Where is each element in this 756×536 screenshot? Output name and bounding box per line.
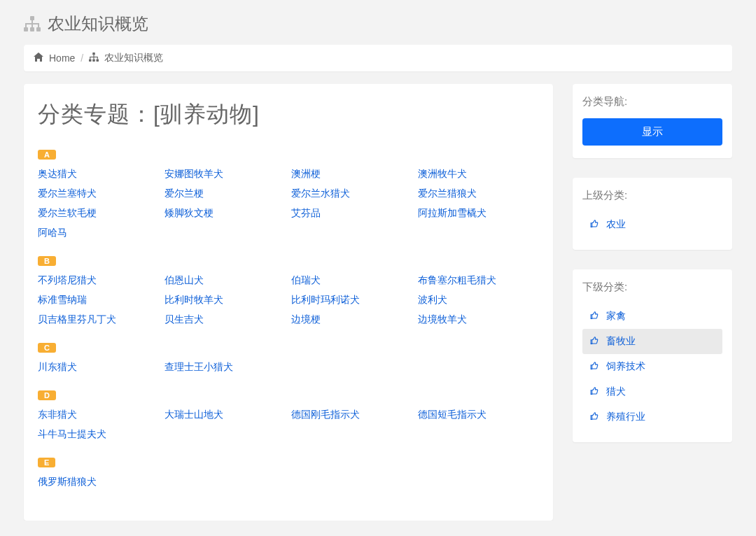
svg-rect-16 [94, 57, 94, 59]
category-link[interactable]: 阿哈马 [38, 227, 160, 239]
breadcrumb-separator: / [80, 52, 83, 64]
category-link[interactable]: 川东猎犬 [38, 361, 160, 374]
parent-category-panel: 上级分类: 农业 [573, 178, 732, 250]
category-link[interactable]: 阿拉斯加雪橇犬 [418, 207, 540, 220]
items-grid: 俄罗斯猎狼犬 [36, 476, 540, 488]
list-item[interactable]: 家禽 [582, 304, 722, 329]
breadcrumb-home[interactable]: Home [49, 52, 75, 64]
list-item-link[interactable]: 家禽 [606, 310, 626, 323]
category-link[interactable]: 俄罗斯猎狼犬 [38, 476, 160, 488]
thumbs-up-icon [589, 311, 599, 322]
svg-rect-0 [30, 16, 34, 20]
category-link[interactable]: 德国刚毛指示犬 [291, 409, 414, 421]
category-link[interactable]: 不列塔尼猎犬 [38, 274, 160, 287]
letter-badge: E [38, 458, 55, 467]
main-panel: 分类专题：[驯养动物] A奥达猎犬安娜图牧羊犬澳洲梗澳洲牧牛犬爱尔兰塞特犬爱尔兰… [24, 84, 553, 521]
child-list: 家禽畜牧业饲养技术猎犬养殖行业 [582, 304, 722, 430]
svg-rect-17 [97, 57, 98, 59]
letter-group-d: D东非猎犬大瑞士山地犬德国刚毛指示犬德国短毛指示犬斗牛马士提夫犬 [36, 389, 540, 441]
category-link[interactable]: 边境牧羊犬 [418, 313, 540, 326]
breadcrumb: Home / 农业知识概览 [24, 45, 732, 71]
thumbs-up-icon [589, 336, 599, 347]
nav-panel: 分类导航: 显示 [573, 84, 732, 158]
letter-badge: B [38, 256, 56, 266]
category-link[interactable]: 艾芬品 [291, 207, 414, 220]
category-link[interactable]: 标准雪纳瑞 [38, 294, 160, 306]
items-grid: 东非猎犬大瑞士山地犬德国刚毛指示犬德国短毛指示犬斗牛马士提夫犬 [36, 409, 540, 441]
title-prefix: 分类专题： [38, 101, 153, 127]
category-link[interactable]: 爱尔兰猎狼犬 [418, 188, 540, 200]
thumbs-up-icon [589, 386, 599, 397]
items-grid: 奥达猎犬安娜图牧羊犬澳洲梗澳洲牧牛犬爱尔兰塞特犬爱尔兰梗爱尔兰水猎犬爱尔兰猎狼犬… [36, 168, 540, 239]
sitemap-icon [24, 16, 41, 31]
letter-group-c: C川东猎犬查理士王小猎犬 [36, 341, 540, 374]
letter-badge: D [38, 390, 56, 400]
svg-rect-3 [36, 27, 41, 31]
svg-rect-7 [31, 24, 33, 27]
list-item-link[interactable]: 畜牧业 [606, 335, 636, 348]
category-link[interactable]: 比利时牧羊犬 [164, 294, 287, 306]
category-link[interactable]: 安娜图牧羊犬 [164, 168, 287, 181]
thumbs-up-icon [589, 219, 599, 230]
category-link[interactable]: 爱尔兰水猎犬 [291, 188, 414, 200]
child-category-panel: 下级分类: 家禽畜牧业饲养技术猎犬养殖行业 [573, 269, 732, 442]
letter-badge: A [38, 150, 56, 160]
category-link[interactable]: 东非猎犬 [38, 409, 160, 421]
home-icon [34, 52, 43, 64]
svg-rect-11 [93, 59, 96, 62]
category-link[interactable]: 边境梗 [291, 313, 414, 326]
page-title: 农业知识概览 [48, 13, 148, 35]
parent-title: 上级分类: [582, 189, 722, 202]
category-link[interactable]: 爱尔兰塞特犬 [38, 188, 160, 200]
category-link[interactable]: 斗牛马士提夫犬 [38, 428, 160, 441]
category-link[interactable]: 伯瑞犬 [291, 274, 414, 287]
list-item[interactable]: 畜牧业 [582, 329, 722, 354]
category-link[interactable]: 德国短毛指示犬 [418, 409, 540, 421]
svg-rect-15 [90, 57, 90, 59]
svg-rect-9 [93, 52, 96, 55]
svg-rect-10 [89, 59, 92, 62]
category-link[interactable]: 贝吉格里芬凡丁犬 [38, 313, 160, 326]
title-subject: [驯养动物] [153, 101, 260, 127]
letter-group-a: A奥达猎犬安娜图牧羊犬澳洲梗澳洲牧牛犬爱尔兰塞特犬爱尔兰梗爱尔兰水猎犬爱尔兰猎狼… [36, 148, 540, 239]
thumbs-up-icon [589, 411, 599, 423]
list-item-link[interactable]: 农业 [606, 218, 626, 231]
breadcrumb-current: 农业知识概览 [104, 52, 163, 64]
page-header: 农业知识概览 [24, 0, 732, 45]
svg-rect-2 [30, 27, 34, 31]
letter-group-e: E俄罗斯猎狼犬 [36, 456, 540, 488]
category-link[interactable]: 大瑞士山地犬 [164, 409, 287, 421]
category-link[interactable]: 澳洲梗 [291, 168, 414, 181]
category-link[interactable]: 查理士王小猎犬 [164, 361, 287, 374]
category-link[interactable]: 爱尔兰软毛梗 [38, 207, 160, 220]
list-item-link[interactable]: 猎犬 [606, 386, 626, 398]
category-link[interactable]: 比利时玛利诺犬 [291, 294, 414, 306]
category-link[interactable]: 矮脚狄文梗 [164, 207, 287, 220]
parent-list: 农业 [582, 212, 722, 237]
child-title: 下级分类: [582, 281, 722, 294]
category-link[interactable]: 爱尔兰梗 [164, 188, 287, 200]
items-grid: 川东猎犬查理士王小猎犬 [36, 361, 540, 374]
list-item[interactable]: 饲养技术 [582, 354, 722, 379]
list-item[interactable]: 养殖行业 [582, 404, 722, 430]
list-item[interactable]: 猎犬 [582, 379, 722, 404]
category-title: 分类专题：[驯养动物] [38, 99, 540, 130]
category-link[interactable]: 波利犬 [418, 294, 540, 306]
category-link[interactable]: 澳洲牧牛犬 [418, 168, 540, 181]
items-grid: 不列塔尼猎犬伯恩山犬伯瑞犬布鲁塞尔粗毛猎犬标准雪纳瑞比利时牧羊犬比利时玛利诺犬波… [36, 274, 540, 326]
list-item-link[interactable]: 饲养技术 [606, 360, 645, 373]
list-item[interactable]: 农业 [582, 212, 722, 237]
svg-rect-1 [24, 27, 28, 31]
show-button[interactable]: 显示 [582, 118, 722, 146]
category-link[interactable]: 贝生吉犬 [164, 313, 287, 326]
sitemap-icon-small [89, 52, 99, 64]
thumbs-up-icon [589, 361, 599, 372]
letter-badge: C [38, 343, 56, 353]
category-link[interactable]: 伯恩山犬 [164, 274, 287, 287]
list-item-link[interactable]: 养殖行业 [606, 411, 645, 423]
category-link[interactable]: 奥达猎犬 [38, 168, 160, 181]
category-link[interactable]: 布鲁塞尔粗毛猎犬 [418, 274, 540, 287]
svg-rect-12 [97, 59, 99, 62]
svg-rect-6 [25, 24, 27, 27]
nav-title: 分类导航: [582, 95, 722, 108]
